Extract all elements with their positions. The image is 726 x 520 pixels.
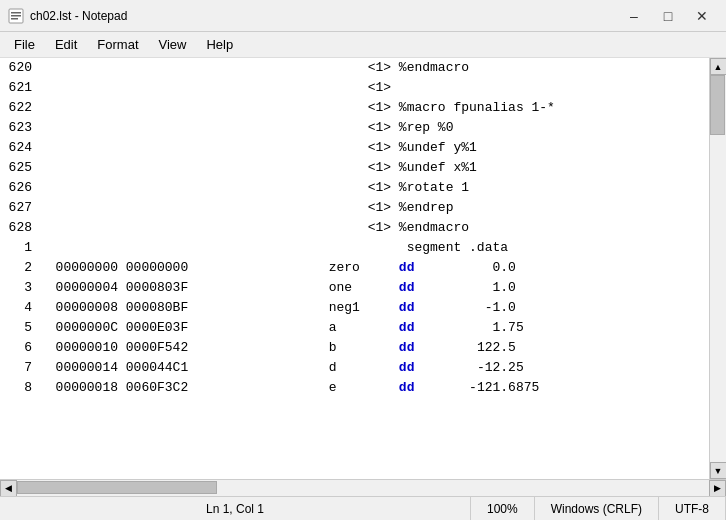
editor-container: 620 <1> %endmacro621 <1>622 <1> %macro f… bbox=[0, 58, 726, 479]
menu-item-edit[interactable]: Edit bbox=[45, 34, 87, 56]
line-content: 00000010 0000F542 b dd 122.5 bbox=[40, 338, 516, 358]
line-content: <1> %macro fpunalias 1-* bbox=[40, 98, 555, 118]
line-number: 625 bbox=[4, 158, 40, 178]
line-row: 7 00000014 000044C1 d dd -12.25 bbox=[0, 358, 709, 378]
title-bar-left: ch02.lst - Notepad bbox=[8, 8, 127, 24]
maximize-button[interactable]: □ bbox=[652, 4, 684, 28]
line-row: 627 <1> %endrep bbox=[0, 198, 709, 218]
line-row: 4 00000008 000080BF neg1 dd -1.0 bbox=[0, 298, 709, 318]
line-content: <1> bbox=[40, 78, 391, 98]
line-content: 00000008 000080BF neg1 dd -1.0 bbox=[40, 298, 516, 318]
line-row: 620 <1> %endmacro bbox=[0, 58, 709, 78]
editor-content: 620 <1> %endmacro621 <1>622 <1> %macro f… bbox=[0, 58, 709, 398]
line-row: 625 <1> %undef x%1 bbox=[0, 158, 709, 178]
line-content: <1> %endmacro bbox=[40, 58, 469, 78]
line-row: 8 00000018 0060F3C2 e dd -121.6875 bbox=[0, 378, 709, 398]
app-icon bbox=[8, 8, 24, 24]
svg-rect-3 bbox=[11, 18, 18, 20]
menu-item-file[interactable]: File bbox=[4, 34, 45, 56]
line-number: 622 bbox=[4, 98, 40, 118]
line-number: 6 bbox=[4, 338, 40, 358]
menu-item-view[interactable]: View bbox=[149, 34, 197, 56]
line-number: 628 bbox=[4, 218, 40, 238]
status-bar: Ln 1, Col 1 100% Windows (CRLF) UTF-8 bbox=[0, 496, 726, 520]
line-number: 8 bbox=[4, 378, 40, 398]
horizontal-scrollbar[interactable]: ◀ ▶ bbox=[0, 479, 726, 496]
line-number: 2 bbox=[4, 258, 40, 278]
line-number: 621 bbox=[4, 78, 40, 98]
menu-item-help[interactable]: Help bbox=[196, 34, 243, 56]
line-content: <1> %undef y%1 bbox=[40, 138, 477, 158]
line-number: 620 bbox=[4, 58, 40, 78]
menu-bar: FileEditFormatViewHelp bbox=[0, 32, 726, 58]
line-row: 3 00000004 0000803F one dd 1.0 bbox=[0, 278, 709, 298]
line-number: 4 bbox=[4, 298, 40, 318]
hscroll-thumb[interactable] bbox=[17, 481, 217, 494]
menu-item-format[interactable]: Format bbox=[87, 34, 148, 56]
line-content: 00000018 0060F3C2 e dd -121.6875 bbox=[40, 378, 539, 398]
line-number: 7 bbox=[4, 358, 40, 378]
hscroll-track bbox=[17, 480, 709, 496]
line-content: 0000000C 0000E03F a dd 1.75 bbox=[40, 318, 524, 338]
line-content: <1> %rotate 1 bbox=[40, 178, 469, 198]
line-content: <1> %endrep bbox=[40, 198, 453, 218]
line-number: 624 bbox=[4, 138, 40, 158]
line-number: 5 bbox=[4, 318, 40, 338]
scroll-thumb[interactable] bbox=[710, 75, 725, 135]
line-row: 623 <1> %rep %0 bbox=[0, 118, 709, 138]
scroll-thumb-area bbox=[710, 75, 726, 462]
line-row: 6 00000010 0000F542 b dd 122.5 bbox=[0, 338, 709, 358]
line-ending[interactable]: Windows (CRLF) bbox=[535, 497, 659, 520]
line-row: 2 00000000 00000000 zero dd 0.0 bbox=[0, 258, 709, 278]
close-button[interactable]: ✕ bbox=[686, 4, 718, 28]
editor-scroll[interactable]: 620 <1> %endmacro621 <1>622 <1> %macro f… bbox=[0, 58, 709, 479]
line-content: 00000014 000044C1 d dd -12.25 bbox=[40, 358, 524, 378]
line-content: 00000004 0000803F one dd 1.0 bbox=[40, 278, 516, 298]
line-content: segment .data bbox=[40, 238, 508, 258]
scroll-down-button[interactable]: ▼ bbox=[710, 462, 727, 479]
line-number: 1 bbox=[4, 238, 40, 258]
window-title: ch02.lst - Notepad bbox=[30, 9, 127, 23]
line-row: 624 <1> %undef y%1 bbox=[0, 138, 709, 158]
svg-rect-2 bbox=[11, 15, 21, 17]
scroll-right-button[interactable]: ▶ bbox=[709, 480, 726, 497]
line-content: <1> %rep %0 bbox=[40, 118, 453, 138]
svg-rect-1 bbox=[11, 12, 21, 14]
scroll-left-button[interactable]: ◀ bbox=[0, 480, 17, 497]
line-row: 622 <1> %macro fpunalias 1-* bbox=[0, 98, 709, 118]
line-row: 1 segment .data bbox=[0, 238, 709, 258]
scroll-up-button[interactable]: ▲ bbox=[710, 58, 727, 75]
line-row: 5 0000000C 0000E03F a dd 1.75 bbox=[0, 318, 709, 338]
line-content: 00000000 00000000 zero dd 0.0 bbox=[40, 258, 516, 278]
line-content: <1> %endmacro bbox=[40, 218, 469, 238]
line-number: 3 bbox=[4, 278, 40, 298]
line-number: 627 bbox=[4, 198, 40, 218]
line-row: 621 <1> bbox=[0, 78, 709, 98]
encoding[interactable]: UTF-8 bbox=[659, 497, 726, 520]
line-number: 623 bbox=[4, 118, 40, 138]
line-number: 626 bbox=[4, 178, 40, 198]
minimize-button[interactable]: – bbox=[618, 4, 650, 28]
cursor-position: Ln 1, Col 1 bbox=[0, 497, 471, 520]
line-row: 628 <1> %endmacro bbox=[0, 218, 709, 238]
line-content: <1> %undef x%1 bbox=[40, 158, 477, 178]
title-bar: ch02.lst - Notepad – □ ✕ bbox=[0, 0, 726, 32]
zoom-level[interactable]: 100% bbox=[471, 497, 535, 520]
window-controls: – □ ✕ bbox=[618, 4, 718, 28]
line-row: 626 <1> %rotate 1 bbox=[0, 178, 709, 198]
vertical-scrollbar[interactable]: ▲ ▼ bbox=[709, 58, 726, 479]
